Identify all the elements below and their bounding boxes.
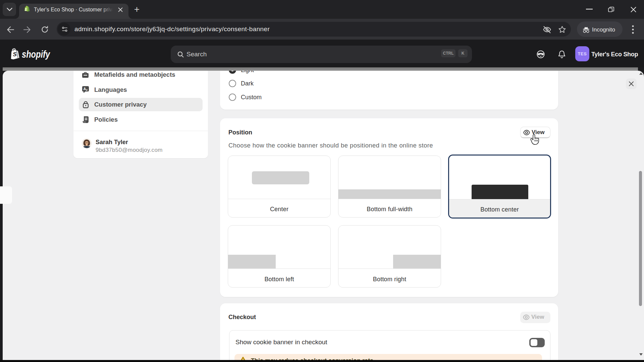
svg-text:A: A bbox=[84, 87, 86, 91]
svg-text:shopify: shopify bbox=[22, 49, 51, 60]
svg-text:S: S bbox=[13, 51, 17, 58]
svg-text:z: z bbox=[86, 88, 88, 92]
